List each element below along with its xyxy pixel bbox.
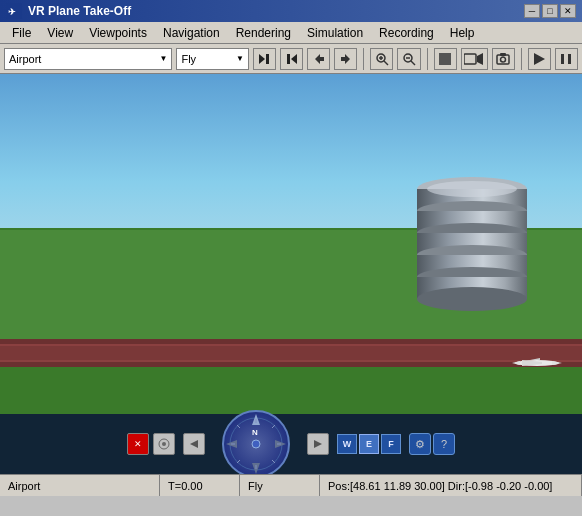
svg-marker-17 bbox=[477, 53, 483, 65]
status-location: Airport bbox=[0, 475, 160, 496]
svg-marker-7 bbox=[341, 54, 350, 64]
mode-dropdown-arrow: ▼ bbox=[236, 54, 244, 63]
svg-marker-2 bbox=[259, 54, 265, 64]
svg-point-19 bbox=[501, 57, 506, 62]
nav-start-button[interactable] bbox=[253, 48, 276, 70]
svg-point-34 bbox=[417, 287, 527, 311]
mode-w-button[interactable]: W bbox=[337, 434, 357, 454]
toolbar: Airport ▼ Fly ▼ bbox=[0, 44, 582, 74]
svg-text:✈: ✈ bbox=[8, 7, 16, 17]
zoom-in-button[interactable] bbox=[370, 48, 393, 70]
stop-ctrl-button[interactable]: ✕ bbox=[127, 433, 149, 455]
icon-buttons: ⚙ ? bbox=[409, 433, 455, 455]
toolbar-separator-1 bbox=[363, 48, 364, 70]
status-mode: Fly bbox=[240, 475, 320, 496]
svg-marker-60 bbox=[314, 440, 322, 448]
svg-text:N: N bbox=[252, 428, 258, 437]
steering-wheel[interactable]: N bbox=[221, 409, 291, 474]
screenshot-button[interactable] bbox=[492, 48, 515, 70]
svg-point-42 bbox=[162, 442, 166, 446]
close-button[interactable]: ✕ bbox=[560, 4, 576, 18]
nav-right-button[interactable] bbox=[307, 433, 329, 455]
runway-strip bbox=[0, 344, 582, 362]
menu-view[interactable]: View bbox=[39, 24, 81, 42]
restore-button[interactable]: □ bbox=[542, 4, 558, 18]
svg-marker-43 bbox=[190, 440, 198, 448]
mode-value: Fly bbox=[181, 53, 196, 65]
svg-rect-15 bbox=[439, 53, 451, 65]
stop-button[interactable] bbox=[434, 48, 457, 70]
record-button[interactable] bbox=[461, 48, 488, 70]
window-title: VR Plane Take-Off bbox=[28, 4, 131, 18]
menu-recording[interactable]: Recording bbox=[371, 24, 442, 42]
svg-line-9 bbox=[384, 61, 388, 65]
play-button[interactable] bbox=[528, 48, 551, 70]
menu-help[interactable]: Help bbox=[442, 24, 483, 42]
mode-dropdown[interactable]: Fly ▼ bbox=[176, 48, 248, 70]
svg-rect-3 bbox=[266, 54, 269, 64]
menu-simulation[interactable]: Simulation bbox=[299, 24, 371, 42]
help-icon-button[interactable]: ? bbox=[433, 433, 455, 455]
minimize-button[interactable]: ─ bbox=[524, 4, 540, 18]
title-bar: ✈ VR Plane Take-Off ─ □ ✕ bbox=[0, 0, 582, 22]
svg-line-13 bbox=[411, 61, 415, 65]
cylinder-object bbox=[405, 174, 540, 339]
left-controls: ✕ bbox=[127, 433, 175, 455]
menu-file[interactable]: File bbox=[4, 24, 39, 42]
nav-back-button[interactable] bbox=[307, 48, 330, 70]
title-controls: ─ □ ✕ bbox=[524, 4, 576, 18]
airport-dropdown-arrow: ▼ bbox=[160, 54, 168, 63]
app-icon: ✈ bbox=[6, 3, 22, 19]
control-overlay: ✕ bbox=[0, 414, 582, 474]
toolbar-separator-3 bbox=[521, 48, 522, 70]
viewport[interactable]: ✕ bbox=[0, 74, 582, 474]
airplane-distant bbox=[512, 356, 552, 368]
zoom-out-button[interactable] bbox=[397, 48, 420, 70]
svg-marker-40 bbox=[530, 358, 540, 360]
mode-e-button[interactable]: E bbox=[359, 434, 379, 454]
nav-end-button[interactable] bbox=[280, 48, 303, 70]
nav-left-button[interactable] bbox=[183, 433, 205, 455]
svg-marker-39 bbox=[552, 361, 562, 365]
status-bar: Airport T=0.00 Fly Pos:[48.61 11.89 30.0… bbox=[0, 474, 582, 496]
menu-viewpoints[interactable]: Viewpoints bbox=[81, 24, 155, 42]
mode-buttons: W E F bbox=[337, 434, 401, 454]
pause-button[interactable] bbox=[555, 48, 578, 70]
svg-marker-21 bbox=[534, 53, 545, 65]
title-left: ✈ VR Plane Take-Off bbox=[6, 3, 131, 19]
record-ctrl-button[interactable] bbox=[153, 433, 175, 455]
svg-marker-4 bbox=[291, 54, 297, 64]
svg-point-51 bbox=[252, 440, 260, 448]
nav-forward-button[interactable] bbox=[334, 48, 357, 70]
airport-dropdown[interactable]: Airport ▼ bbox=[4, 48, 172, 70]
status-position: Pos:[48.61 11.89 30.00] Dir:[-0.98 -0.20… bbox=[320, 475, 582, 496]
svg-rect-20 bbox=[500, 53, 506, 56]
airport-value: Airport bbox=[9, 53, 41, 65]
menu-rendering[interactable]: Rendering bbox=[228, 24, 299, 42]
svg-rect-5 bbox=[287, 54, 290, 64]
menu-navigation[interactable]: Navigation bbox=[155, 24, 228, 42]
status-time: T=0.00 bbox=[160, 475, 240, 496]
svg-marker-37 bbox=[512, 361, 520, 365]
svg-point-35 bbox=[427, 181, 517, 197]
menu-bar: File View Viewpoints Navigation Renderin… bbox=[0, 22, 582, 44]
svg-rect-22 bbox=[561, 54, 564, 64]
toolbar-separator-2 bbox=[427, 48, 428, 70]
svg-rect-23 bbox=[568, 54, 571, 64]
svg-marker-6 bbox=[315, 54, 324, 64]
svg-rect-16 bbox=[464, 54, 476, 64]
mode-f-button[interactable]: F bbox=[381, 434, 401, 454]
settings-icon-button[interactable]: ⚙ bbox=[409, 433, 431, 455]
